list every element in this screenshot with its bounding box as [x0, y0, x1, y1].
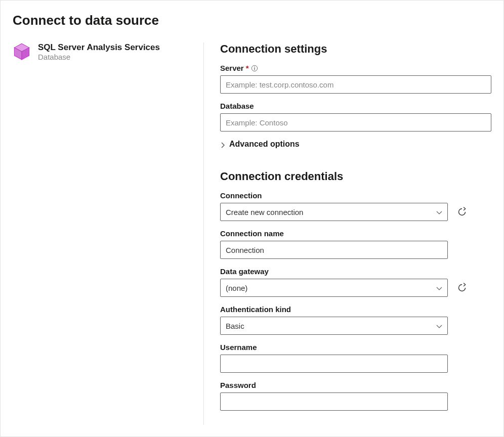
- chevron-down-icon: [436, 323, 442, 329]
- connection-name-label: Connection name: [220, 229, 448, 238]
- auth-kind-label: Authentication kind: [220, 305, 491, 314]
- username-input[interactable]: [220, 355, 448, 373]
- data-gateway-field-group: Data gateway (none): [220, 267, 491, 297]
- data-gateway-select-value: (none): [226, 284, 247, 292]
- connection-credentials-heading: Connection credentials: [220, 170, 491, 183]
- connection-settings-section: Connection settings Server * Database: [220, 42, 491, 149]
- data-source-summary: SQL Server Analysis Services Database: [13, 42, 191, 61]
- database-field-group: Database: [220, 102, 491, 132]
- advanced-options-toggle[interactable]: Advanced options: [220, 140, 491, 149]
- data-gateway-label: Data gateway: [220, 267, 491, 276]
- chevron-down-icon: [436, 209, 442, 215]
- server-label-text: Server: [220, 64, 244, 72]
- content-columns: SQL Server Analysis Services Database Co…: [13, 42, 491, 425]
- auth-kind-select[interactable]: Basic: [220, 317, 448, 335]
- refresh-gateway-button[interactable]: [457, 283, 467, 293]
- username-label: Username: [220, 343, 448, 352]
- required-marker: *: [246, 64, 249, 72]
- right-column: Connection settings Server * Database: [204, 42, 491, 425]
- password-label: Password: [220, 381, 448, 389]
- auth-kind-field-group: Authentication kind Basic: [220, 305, 491, 335]
- server-label: Server *: [220, 64, 491, 72]
- left-column: SQL Server Analysis Services Database: [13, 42, 204, 425]
- database-input[interactable]: [220, 113, 491, 132]
- refresh-connection-button[interactable]: [457, 207, 467, 217]
- advanced-options-label: Advanced options: [229, 140, 300, 149]
- auth-kind-select-value: Basic: [226, 322, 244, 330]
- connection-select-value: Create new connection: [226, 208, 303, 216]
- connection-field-group: Connection Create new connection: [220, 191, 491, 221]
- data-source-text: SQL Server Analysis Services Database: [38, 42, 160, 61]
- connection-settings-heading: Connection settings: [220, 42, 491, 56]
- server-input[interactable]: [220, 75, 491, 94]
- data-source-title: SQL Server Analysis Services: [38, 42, 160, 53]
- chevron-right-icon: [220, 141, 226, 147]
- svg-rect-5: [254, 67, 255, 69]
- connection-name-input[interactable]: [220, 241, 448, 259]
- data-source-subtitle: Database: [38, 53, 160, 61]
- page-title: Connect to data source: [13, 13, 491, 28]
- connection-label: Connection: [220, 191, 491, 200]
- cube-icon: [13, 42, 31, 61]
- database-label: Database: [220, 102, 491, 110]
- info-icon[interactable]: [251, 65, 258, 72]
- password-field-group: Password: [220, 381, 448, 411]
- connection-name-field-group: Connection name: [220, 229, 448, 259]
- server-field-group: Server *: [220, 64, 491, 94]
- connection-credentials-section: Connection credentials Connection Create…: [220, 170, 491, 411]
- dialog-frame: Connect to data source SQL Server Analys…: [0, 0, 504, 437]
- password-input[interactable]: [220, 392, 448, 411]
- connection-select[interactable]: Create new connection: [220, 203, 448, 221]
- username-field-group: Username: [220, 343, 448, 373]
- svg-point-4: [254, 66, 255, 67]
- data-gateway-select[interactable]: (none): [220, 279, 448, 297]
- chevron-down-icon: [436, 285, 442, 291]
